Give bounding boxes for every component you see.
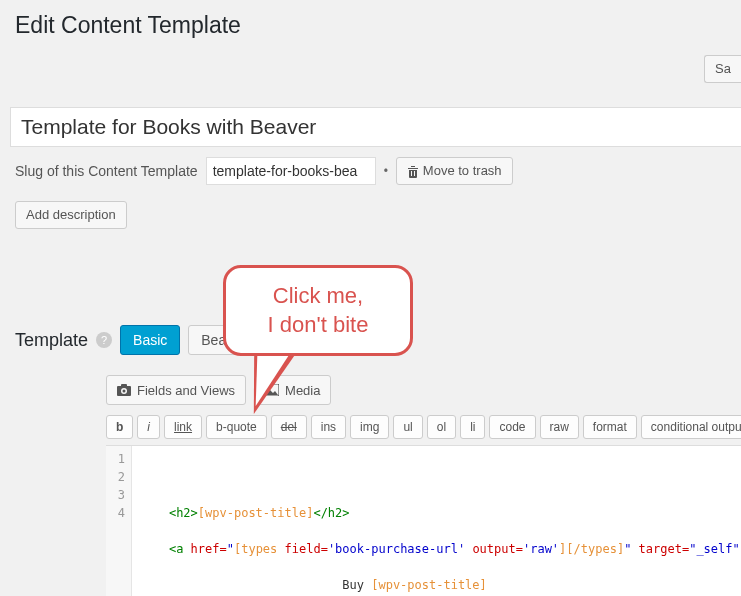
qt-format[interactable]: format <box>583 415 637 439</box>
fields-and-views-button[interactable]: Fields and Views <box>106 375 246 405</box>
qt-italic[interactable]: i <box>137 415 160 439</box>
add-description-button[interactable]: Add description <box>15 201 127 229</box>
line-gutter: 1 2 3 4 <box>106 446 132 596</box>
slug-label: Slug of this Content Template <box>15 163 198 179</box>
slug-input[interactable] <box>206 157 376 185</box>
qt-link[interactable]: link <box>164 415 202 439</box>
qt-blockquote[interactable]: b-quote <box>206 415 267 439</box>
camera-icon <box>117 384 131 396</box>
save-button[interactable]: Sa <box>704 55 741 83</box>
qt-li[interactable]: li <box>460 415 485 439</box>
trash-icon <box>407 165 419 178</box>
qt-img[interactable]: img <box>350 415 389 439</box>
trash-label: Move to trash <box>423 162 502 180</box>
code-editor[interactable]: 1 2 3 4 <h2>[wpv-post-title]</h2> <a hre… <box>106 445 741 596</box>
qt-code[interactable]: code <box>489 415 535 439</box>
tab-basic[interactable]: Basic <box>120 325 180 355</box>
editor-area: Fields and Views Media b i link b-quote … <box>106 369 741 596</box>
qt-raw[interactable]: raw <box>540 415 579 439</box>
line-number: 4 <box>112 504 125 522</box>
description-row: Add description <box>0 195 741 269</box>
code-content[interactable]: <h2>[wpv-post-title]</h2> <a href="[type… <box>132 446 741 596</box>
svg-rect-1 <box>414 171 415 176</box>
qt-bold[interactable]: b <box>106 415 133 439</box>
qt-ins[interactable]: ins <box>311 415 346 439</box>
template-section-label: Template <box>15 330 88 351</box>
callout-line2: I don't bite <box>240 311 396 340</box>
media-label: Media <box>285 383 320 398</box>
page-title: Edit Content Template <box>0 0 741 49</box>
separator-dot: • <box>384 164 388 178</box>
fields-views-label: Fields and Views <box>137 383 235 398</box>
template-title-input[interactable] <box>10 107 741 147</box>
callout-bubble: Click me, I don't bite <box>223 265 413 356</box>
line-number: 3 <box>112 486 125 504</box>
top-action-row: Sa <box>0 49 741 107</box>
slug-row: Slug of this Content Template • Move to … <box>0 147 741 195</box>
svg-rect-3 <box>121 384 127 387</box>
line-number: 1 <box>112 450 125 468</box>
quicktags-toolbar: b i link b-quote del ins img ul ol li co… <box>106 411 741 445</box>
line-number: 2 <box>112 468 125 486</box>
callout-line1: Click me, <box>240 282 396 311</box>
help-icon[interactable]: ? <box>96 332 112 348</box>
qt-ul[interactable]: ul <box>393 415 422 439</box>
move-to-trash-button[interactable]: Move to trash <box>396 157 513 185</box>
qt-del[interactable]: del <box>271 415 307 439</box>
qt-ol[interactable]: ol <box>427 415 456 439</box>
editor-media-row: Fields and Views Media <box>106 369 741 411</box>
svg-point-5 <box>123 390 126 393</box>
svg-rect-0 <box>411 171 412 176</box>
qt-conditional-output[interactable]: conditional output <box>641 415 741 439</box>
